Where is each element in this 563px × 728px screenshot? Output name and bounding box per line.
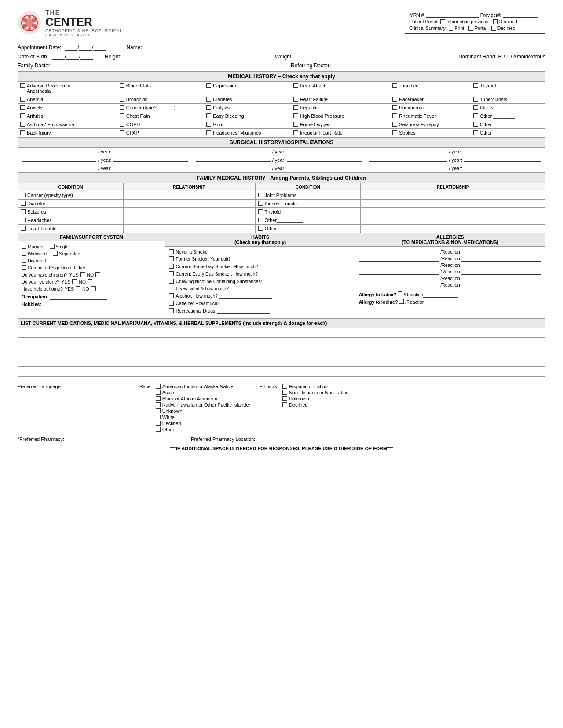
fh-thyroid-checkbox[interactable] xyxy=(258,209,263,214)
eth-hispanic-checkbox[interactable] xyxy=(282,384,287,389)
fh-joint-checkbox[interactable] xyxy=(258,193,263,197)
recreational-checkbox[interactable] xyxy=(169,308,174,313)
strokes-checkbox[interactable] xyxy=(392,130,397,135)
widowed-label: Widowed xyxy=(28,251,47,256)
race-other-checkbox[interactable] xyxy=(156,427,161,432)
dialysis-checkbox[interactable] xyxy=(206,105,211,110)
ulcers-checkbox[interactable] xyxy=(473,105,478,110)
reaction-label-5: /Reaction xyxy=(440,276,460,281)
adverse-reaction-checkbox[interactable] xyxy=(20,83,25,88)
info-provided-checkbox[interactable] xyxy=(440,19,445,24)
current-everyday-checkbox[interactable] xyxy=(169,271,174,276)
declined2-checkbox[interactable] xyxy=(491,26,496,31)
hepatitis-label: Hepatitis xyxy=(300,105,319,110)
race-white-checkbox[interactable] xyxy=(156,415,161,419)
easy-bleeding-checkbox[interactable] xyxy=(206,113,211,118)
fh-cancer-checkbox[interactable] xyxy=(21,193,26,197)
children-yes-checkbox[interactable] xyxy=(80,272,85,277)
gout-checkbox[interactable] xyxy=(206,122,211,127)
portal-checkbox[interactable] xyxy=(468,26,473,31)
fh-seizures-checkbox[interactable] xyxy=(21,209,26,214)
never-smoker-checkbox[interactable] xyxy=(169,249,174,254)
seizures-checkbox[interactable] xyxy=(392,122,397,127)
back-injury-checkbox[interactable] xyxy=(20,130,25,135)
asthma-checkbox[interactable] xyxy=(20,122,25,127)
depression-checkbox[interactable] xyxy=(206,83,211,88)
header-info-box: MRN # Provider#: Patient Portal: Informa… xyxy=(405,9,545,34)
bronchitis-checkbox[interactable] xyxy=(120,97,124,102)
iodine-checkbox[interactable] xyxy=(399,299,404,304)
family-history-table: CONDITION RELATIONSHIP CONDITION RELATIO… xyxy=(18,183,545,233)
race-declined-checkbox[interactable] xyxy=(156,421,161,426)
fh-other1-label: Other__________ xyxy=(265,218,304,223)
copd-label: COPD xyxy=(126,122,140,127)
live-alone-yes-checkbox[interactable] xyxy=(72,279,77,284)
home-oxygen-checkbox[interactable] xyxy=(293,122,298,127)
eth-non-hispanic-checkbox[interactable] xyxy=(282,390,287,395)
pneumonia-checkbox[interactable] xyxy=(392,105,397,110)
race-american-indian-checkbox[interactable] xyxy=(156,384,161,389)
reaction-label-4: /Reaction xyxy=(440,269,460,274)
blood-clots-checkbox[interactable] xyxy=(120,83,124,88)
fh-headaches-checkbox[interactable] xyxy=(21,218,26,222)
alcohol-checkbox[interactable] xyxy=(169,293,174,298)
heart-attack-checkbox[interactable] xyxy=(293,83,298,88)
latex-checkbox[interactable] xyxy=(398,291,402,296)
caffeine-checkbox[interactable] xyxy=(169,301,174,306)
eth-unknown-checkbox[interactable] xyxy=(282,396,287,401)
irregular-heart-checkbox[interactable] xyxy=(293,130,298,135)
med-cell xyxy=(18,328,282,338)
no-label3: NO xyxy=(82,286,89,291)
print-checkbox[interactable] xyxy=(449,26,453,31)
anemia-checkbox[interactable] xyxy=(20,97,25,102)
former-smoker-checkbox[interactable] xyxy=(169,256,174,261)
cancer-checkbox[interactable] xyxy=(120,105,124,110)
thyroid-checkbox[interactable] xyxy=(473,83,478,88)
fh-other2-checkbox[interactable] xyxy=(258,226,263,231)
single-checkbox[interactable] xyxy=(50,244,55,249)
high-bp-checkbox[interactable] xyxy=(293,113,298,118)
help-yes-checkbox[interactable] xyxy=(76,286,80,291)
race-unknown-checkbox[interactable] xyxy=(156,408,161,413)
children-no-checkbox[interactable] xyxy=(95,272,100,277)
heart-failure-checkbox[interactable] xyxy=(293,97,298,102)
help-no-checkbox[interactable] xyxy=(91,286,96,291)
tuberculosis-checkbox[interactable] xyxy=(473,97,478,102)
iodine-reaction-label: /Reaction xyxy=(405,299,424,305)
fh-heart-checkbox[interactable] xyxy=(21,226,26,231)
divorced-checkbox[interactable] xyxy=(22,258,26,263)
other1-checkbox[interactable] xyxy=(473,113,478,118)
blood-clots-label: Blood Clots xyxy=(126,83,151,88)
married-checkbox[interactable] xyxy=(22,244,26,249)
other2-checkbox[interactable] xyxy=(473,122,478,127)
cpap-checkbox[interactable] xyxy=(120,130,124,135)
fh-diabetes-checkbox[interactable] xyxy=(21,201,26,206)
race-asian-checkbox[interactable] xyxy=(156,390,161,395)
thyroid-label: Thyroid xyxy=(480,83,496,88)
jaundice-checkbox[interactable] xyxy=(392,83,397,88)
eth-declined-checkbox[interactable] xyxy=(282,402,287,407)
arthritis-checkbox[interactable] xyxy=(20,113,25,118)
fh-kidney-checkbox[interactable] xyxy=(258,201,263,206)
hepatitis-checkbox[interactable] xyxy=(293,105,298,110)
diabetes-checkbox[interactable] xyxy=(206,97,211,102)
live-alone-no-checkbox[interactable] xyxy=(88,279,92,284)
committed-checkbox[interactable] xyxy=(22,265,26,270)
headaches-checkbox[interactable] xyxy=(206,130,211,135)
chewing-checkbox[interactable] xyxy=(169,279,174,284)
copd-checkbox[interactable] xyxy=(120,122,124,127)
current-someday-checkbox[interactable] xyxy=(169,264,174,269)
fh-other1-checkbox[interactable] xyxy=(258,218,263,222)
rheumatic-fever-checkbox[interactable] xyxy=(392,113,397,118)
pacemaker-checkbox[interactable] xyxy=(392,97,397,102)
declined1-checkbox[interactable] xyxy=(493,19,498,24)
dob-label: Date of Birth: xyxy=(18,54,48,60)
diabetes-label: Diabetes xyxy=(213,97,232,102)
other3-checkbox[interactable] xyxy=(473,130,478,135)
widowed-checkbox[interactable] xyxy=(22,251,26,256)
anxiety-checkbox[interactable] xyxy=(20,105,25,110)
chest-pain-checkbox[interactable] xyxy=(120,113,124,118)
separated-checkbox[interactable] xyxy=(53,251,58,256)
race-native-hawaiian-checkbox[interactable] xyxy=(156,402,161,407)
race-black-checkbox[interactable] xyxy=(156,396,161,401)
